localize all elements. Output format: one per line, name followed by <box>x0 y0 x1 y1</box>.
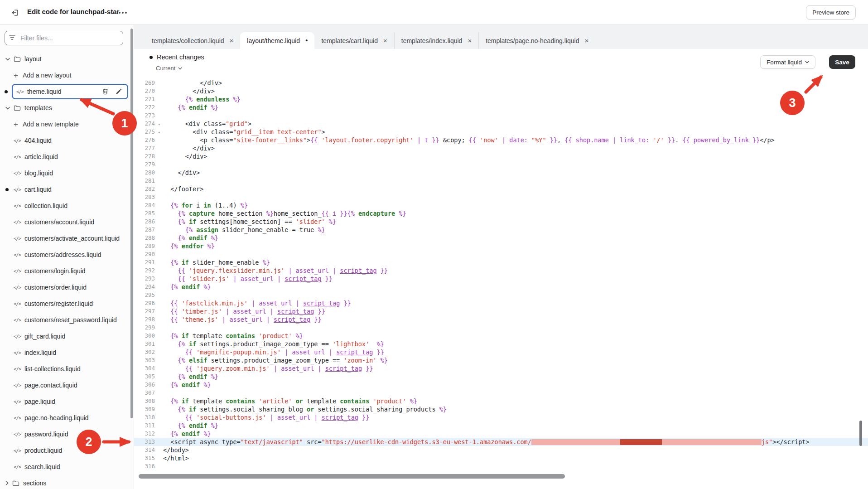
code-line-312[interactable]: 312 {% endif %} <box>134 430 868 438</box>
sidebar-item-customers-register-liquid[interactable]: </>customers/register.liquid <box>0 295 134 312</box>
sidebar-item-page-contact-liquid[interactable]: </>page.contact.liquid <box>0 377 134 393</box>
exit-editor-button[interactable] <box>9 6 22 19</box>
code-line-284[interactable]: 284 {% for i in (1..4) %} <box>134 201 868 209</box>
sidebar-item-blog-liquid[interactable]: </>blog.liquid <box>0 165 134 181</box>
code-line-289[interactable]: 289 {% endfor %} <box>134 242 868 250</box>
code-line-309[interactable]: 309 {% if settings.social_sharing_blog o… <box>134 405 868 413</box>
tab-templates-index-liquid[interactable]: templates/index.liquid× <box>394 32 478 49</box>
code-line-282[interactable]: 282 </footer> <box>134 185 868 193</box>
code-line-314[interactable]: 314</body> <box>134 446 868 454</box>
sidebar-item-collection-liquid[interactable]: </>collection.liquid <box>0 198 134 214</box>
code-line-310[interactable]: 310 {{ 'social-buttons.js' | asset_url |… <box>134 413 868 421</box>
sidebar-item-customers-login-liquid[interactable]: </>customers/login.liquid <box>0 263 134 279</box>
sidebar-item-list-collections-liquid[interactable]: </>list-collections.liquid <box>0 361 134 377</box>
close-tab-icon[interactable]: × <box>383 37 387 44</box>
sidebar-folder-templates[interactable]: templates <box>0 100 134 116</box>
tab-layout-theme-liquid[interactable]: layout/theme.liquid● <box>240 32 314 49</box>
sidebar-item-customers-account-liquid[interactable]: </>customers/account.liquid <box>0 214 134 230</box>
code-line-301[interactable]: 301 {% if settings.product_image_zoom_ty… <box>134 340 868 348</box>
code-line-283[interactable]: 283 <box>134 193 868 201</box>
sidebar-folder-sections[interactable]: sections <box>0 475 134 489</box>
code-line-275[interactable]: 275▾ <div class="grid__item text-center"… <box>134 128 868 136</box>
sidebar-item-product-liquid[interactable]: </>product.liquid <box>0 442 134 459</box>
rename-file-button[interactable] <box>114 87 124 97</box>
sidebar-add-a-new-layout[interactable]: +Add a new layout <box>0 67 134 83</box>
sidebar-item-customers-activate-account-liquid[interactable]: </>customers/activate_account.liquid <box>0 230 134 247</box>
code-line-302[interactable]: 302 {{ 'magnific-popup.min.js' | asset_u… <box>134 348 868 356</box>
more-actions-button[interactable] <box>116 6 130 19</box>
filter-files-input[interactable] <box>5 31 123 45</box>
tab-templates-page-no-heading-liquid[interactable]: templates/page.no-heading.liquid× <box>478 32 595 49</box>
close-tab-icon[interactable]: × <box>468 37 472 44</box>
horizontal-scrollbar[interactable] <box>139 474 565 479</box>
sidebar-item-page-no-heading-liquid[interactable]: </>page.no-heading.liquid <box>0 410 134 426</box>
code-line-305[interactable]: 305 {% endif %} <box>134 373 868 381</box>
save-button[interactable]: Save <box>829 55 855 69</box>
version-dropdown[interactable]: Current <box>156 65 182 72</box>
sidebar-item-gift-card-liquid[interactable]: </>gift_card.liquid <box>0 328 134 344</box>
close-tab-icon[interactable]: × <box>584 37 588 44</box>
fold-icon[interactable]: ▾ <box>158 128 160 136</box>
code-line-297[interactable]: 297 {{ 'timber.js' | asset_url | script_… <box>134 307 868 315</box>
code-line-286[interactable]: 286 {% if settings[home_section] == 'sli… <box>134 218 868 226</box>
code-line-290[interactable]: 290 <box>134 250 868 258</box>
close-tab-icon[interactable]: × <box>230 37 234 44</box>
code-line-316[interactable]: 316 <box>134 462 868 470</box>
code-line-276[interactable]: 276 <p class="site-footer__links">{{ 'la… <box>134 136 868 144</box>
sidebar-item-customers-addresses-liquid[interactable]: </>customers/addresses.liquid <box>0 247 134 263</box>
code-line-315[interactable]: 315</html> <box>134 454 868 462</box>
delete-file-button[interactable] <box>100 87 110 97</box>
tab-templates-collection-liquid[interactable]: templates/collection.liquid× <box>145 32 240 49</box>
code-line-291[interactable]: 291 {% if slider_home_enable %} <box>134 258 868 266</box>
code-line-288[interactable]: 288 {% endif %} <box>134 234 868 242</box>
code-line-280[interactable]: 280 </div> <box>134 169 868 177</box>
format-liquid-button[interactable]: Format liquid <box>760 55 815 69</box>
code-line-304[interactable]: 304 {{ 'jquery.zoom.min.js' | asset_url … <box>134 364 868 373</box>
code-line-308[interactable]: 308 {% if template contains 'article' or… <box>134 397 868 405</box>
preview-store-button[interactable]: Preview store <box>806 5 856 19</box>
code-line-273[interactable]: 273 <box>134 111 868 120</box>
sidebar-item-page-liquid[interactable]: </>page.liquid <box>0 393 134 410</box>
code-line-299[interactable]: 299 <box>134 324 868 332</box>
sidebar-item-index-liquid[interactable]: </>index.liquid <box>0 344 134 361</box>
sidebar-item-theme-liquid[interactable]: </>theme.liquid <box>12 84 128 99</box>
fold-icon[interactable]: ▾ <box>158 120 160 128</box>
code-line-294[interactable]: 294 {% endif %} <box>134 283 868 291</box>
code-line-272[interactable]: 272 {% endif %} <box>134 103 868 111</box>
code-line-313[interactable]: 313 <script async type="text/javascript"… <box>134 438 868 446</box>
code-line-277[interactable]: 277 </div> <box>134 144 868 152</box>
code-line-287[interactable]: 287 {% assign slider_home_enable = true … <box>134 226 868 234</box>
sidebar-add-a-new-template[interactable]: +Add a new template <box>0 116 134 132</box>
vertical-scrollbar[interactable] <box>859 421 862 446</box>
sidebar-item-cart-liquid[interactable]: </>cart.liquid <box>0 181 134 198</box>
code-line-307[interactable]: 307 <box>134 389 868 397</box>
sidebar-item-search-liquid[interactable]: </>search.liquid <box>0 459 134 475</box>
code-line-296[interactable]: 296 {{ 'fastclick.min.js' | asset_url | … <box>134 299 868 307</box>
sidebar-item-404-liquid[interactable]: </>404.liquid <box>0 132 134 149</box>
code-line-274[interactable]: 274▾ <div class="grid"> <box>134 120 868 128</box>
sidebar-item-customers-reset-password-liquid[interactable]: </>customers/reset_password.liquid <box>0 312 134 328</box>
code-file-icon: </> <box>16 89 24 94</box>
code-line-271[interactable]: 271 {% endunless %} <box>134 95 868 103</box>
code-line-300[interactable]: 300 {% if template contains 'product' %} <box>134 332 868 340</box>
code-line-270[interactable]: 270 </div> <box>134 87 868 95</box>
code-line-303[interactable]: 303 {% elsif settings.product_image_zoom… <box>134 356 868 364</box>
tab-templates-cart-liquid[interactable]: templates/cart.liquid× <box>314 32 394 49</box>
code-line-298[interactable]: 298 {{ 'theme.js' | asset_url | script_t… <box>134 315 868 324</box>
code-line-295[interactable]: 295 <box>134 291 868 299</box>
code-line-311[interactable]: 311 {% endif %} <box>134 421 868 430</box>
sidebar-folder-layout[interactable]: layout <box>0 51 134 67</box>
code-line-306[interactable]: 306 {% endif %} <box>134 381 868 389</box>
code-editor[interactable]: 269 </div>270 </div>271 {% endunless %}2… <box>134 78 868 489</box>
code-line-292[interactable]: 292 {{ 'jquery.flexslider.min.js' | asse… <box>134 266 868 275</box>
code-line-285[interactable]: 285 {% capture home_section %}home_secti… <box>134 209 868 218</box>
code-line-279[interactable]: 279 <box>134 160 868 169</box>
sidebar-scrollbar[interactable] <box>130 29 133 418</box>
sidebar-item-customers-order-liquid[interactable]: </>customers/order.liquid <box>0 279 134 295</box>
sidebar-item-password-liquid[interactable]: </>password.liquid <box>0 426 134 442</box>
code-line-269[interactable]: 269 </div> <box>134 79 868 87</box>
code-line-293[interactable]: 293 {{ 'slider.js' | asset_url | script_… <box>134 275 868 283</box>
code-line-278[interactable]: 278 </div> <box>134 152 868 160</box>
code-line-281[interactable]: 281 <box>134 177 868 185</box>
sidebar-item-article-liquid[interactable]: </>article.liquid <box>0 149 134 165</box>
